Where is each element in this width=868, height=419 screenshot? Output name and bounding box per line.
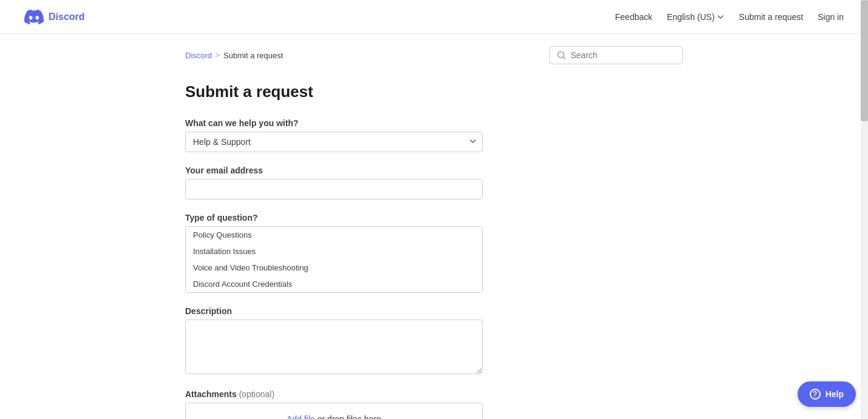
list-item[interactable]: Discord Account Credentials	[186, 276, 482, 292]
page-title: Submit a request	[185, 82, 683, 101]
header: Discord Feedback English (US) Submit a r…	[0, 0, 868, 34]
help-button-label: Help	[826, 389, 844, 399]
help-type-select-wrapper: Help & Support Trust & Safety Billing	[185, 132, 483, 152]
breadcrumb-separator: >	[215, 51, 220, 59]
attachments-group: Attachments (optional) Add file or drop …	[185, 389, 683, 419]
breadcrumb-home[interactable]: Discord	[185, 51, 212, 60]
breadcrumb-bar: Discord > Submit a request	[161, 34, 707, 64]
svg-line-1	[563, 57, 565, 59]
page-scrollbar[interactable]	[861, 0, 868, 419]
help-circle-icon: ?	[810, 389, 821, 400]
help-button[interactable]: ? Help	[798, 381, 856, 407]
description-textarea[interactable]	[185, 320, 483, 374]
email-label: Your email address	[185, 166, 683, 175]
feedback-link[interactable]: Feedback	[615, 12, 652, 22]
submit-request-link[interactable]: Submit a request	[739, 12, 803, 22]
add-file-link[interactable]: Add file	[287, 414, 315, 419]
language-selector[interactable]: English (US)	[667, 12, 725, 22]
attachment-drop-text: or drop files here	[315, 414, 381, 419]
discord-logo[interactable]: Discord	[24, 7, 85, 27]
description-label: Description	[185, 306, 683, 316]
list-item[interactable]: Voice and Video Troubleshooting	[186, 260, 482, 276]
main-content: Submit a request What can we help you wi…	[161, 64, 707, 419]
chevron-down-icon	[717, 13, 724, 21]
sign-in-link[interactable]: Sign in	[818, 12, 844, 22]
header-nav: Feedback English (US) Submit a request S…	[615, 12, 844, 22]
email-group: Your email address	[185, 166, 683, 199]
help-type-group: What can we help you with? Help & Suppor…	[185, 118, 683, 152]
scrollbar-thumb[interactable]	[861, 0, 868, 121]
attachments-label: Attachments (optional)	[185, 389, 683, 399]
breadcrumb-current: Submit a request	[223, 51, 283, 60]
question-type-group: Type of question? Policy Questions Insta…	[185, 213, 683, 293]
email-input[interactable]	[185, 179, 483, 199]
search-box[interactable]	[549, 46, 683, 64]
list-item[interactable]: Installation Issues	[186, 243, 482, 260]
question-type-listbox-container: Policy Questions Installation Issues Voi…	[185, 226, 483, 293]
attachment-dropzone[interactable]: Add file or drop files here	[185, 403, 483, 419]
question-type-label: Type of question?	[185, 213, 683, 223]
search-icon	[557, 51, 566, 59]
search-input[interactable]	[571, 50, 675, 60]
help-type-label: What can we help you with?	[185, 118, 683, 128]
question-type-listbox[interactable]: Policy Questions Installation Issues Voi…	[186, 227, 482, 292]
breadcrumb: Discord > Submit a request	[185, 51, 283, 60]
discord-logo-icon	[24, 7, 44, 27]
description-group: Description	[185, 306, 683, 376]
logo-text: Discord	[49, 12, 85, 22]
help-type-select[interactable]: Help & Support Trust & Safety Billing	[185, 132, 483, 152]
list-item[interactable]: Policy Questions	[186, 227, 482, 243]
